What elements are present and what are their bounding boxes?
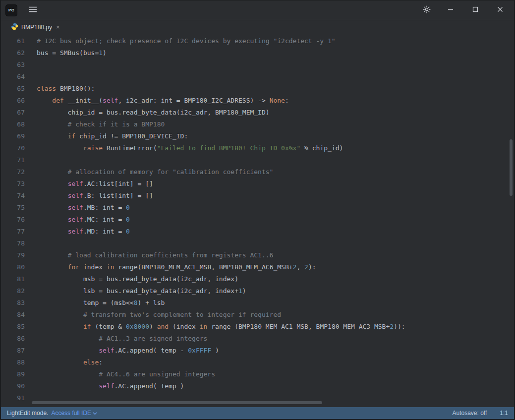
code-line[interactable]: 61# I2C bus object; check presence of I2… — [1, 35, 514, 47]
code-line[interactable]: 85 if (temp & 0x8000) and (index in rang… — [1, 321, 514, 333]
code-line-text: self.MD: int = 0 — [37, 226, 130, 238]
code-line[interactable]: 83 temp = (msb<<8) + lsb — [1, 297, 514, 309]
line-number: 85 — [1, 321, 25, 333]
tab-label: BMP180.py — [21, 24, 52, 31]
code-line[interactable]: 89 # AC4..6 are unsigned integers — [1, 368, 514, 380]
line-number: 75 — [1, 202, 25, 214]
code-line[interactable]: 78 — [1, 238, 514, 249]
main-menu-button[interactable] — [24, 2, 42, 18]
code-line-text: temp = (msb<<8) + lsb — [37, 297, 165, 309]
line-number: 63 — [1, 59, 25, 71]
code-line-text: # AC4..6 are unsigned integers — [37, 368, 215, 380]
line-number: 66 — [1, 95, 25, 107]
line-number: 73 — [1, 178, 25, 190]
line-number: 82 — [1, 285, 25, 297]
code-line[interactable]: 88 else: — [1, 357, 514, 368]
code-line-text: else: — [37, 357, 103, 368]
editor-lines: 61# I2C bus object; check presence of I2… — [1, 35, 514, 404]
code-line[interactable]: 69 if chip_id != BMP180_DEVICE_ID: — [1, 130, 514, 142]
code-line[interactable]: 71 — [1, 154, 514, 166]
code-line[interactable]: 76 self.MC: int = 0 — [1, 214, 514, 226]
code-line[interactable]: 64 — [1, 71, 514, 83]
access-full-ide-link[interactable]: Access full IDE — [51, 410, 97, 417]
maximize-button[interactable] — [465, 2, 485, 18]
code-line[interactable]: 65class BMP180(): — [1, 83, 514, 95]
line-number: 80 — [1, 261, 25, 273]
code-line-text: # allocation of memory for "calibration … — [37, 166, 273, 178]
python-file-icon — [11, 23, 18, 32]
settings-button[interactable] — [418, 2, 436, 18]
minimize-button[interactable] — [441, 2, 460, 18]
code-line[interactable]: 62bus = SMBus(bus=1) — [1, 47, 514, 59]
tab-bar: BMP180.py × — [1, 20, 514, 34]
code-line-text: # I2C bus object; check presence of I2C … — [37, 35, 336, 47]
code-line-text: self.MB: int = 0 — [37, 202, 130, 214]
line-number: 72 — [1, 166, 25, 178]
code-line-text: self.AC.append( temp - 0xFFFF ) — [37, 345, 219, 357]
code-line-text: def __init__(self, i2c_adr: int = BMP180… — [37, 95, 289, 107]
pycharm-logo: PC — [6, 5, 17, 16]
line-number: 67 — [1, 107, 25, 119]
code-line-text: self.AC.append( temp ) — [37, 380, 184, 392]
code-line[interactable]: 70 raise RuntimeError("Failed to find BM… — [1, 142, 514, 154]
editor[interactable]: 61# I2C bus object; check presence of I2… — [1, 34, 514, 407]
code-line-text: class BMP180(): — [37, 83, 95, 95]
vertical-scrollbar-thumb[interactable] — [510, 139, 513, 196]
code-line-text: if (temp & 0x8000) and (index in range (… — [37, 321, 405, 333]
tab-bmp180py[interactable]: BMP180.py × — [6, 20, 65, 34]
code-line-text: chip_id = bus.read_byte_data(i2c_adr, BM… — [37, 107, 270, 119]
line-number: 76 — [1, 214, 25, 226]
code-line[interactable]: 81 msb = bus.read_byte_data(i2c_adr, ind… — [1, 273, 514, 285]
gear-icon — [422, 5, 431, 15]
code-line-text: msb = bus.read_byte_data(i2c_adr, index) — [37, 273, 238, 285]
line-number: 86 — [1, 333, 25, 345]
line-number: 68 — [1, 119, 25, 130]
code-line[interactable]: 66 def __init__(self, i2c_adr: int = BMP… — [1, 95, 514, 107]
code-line[interactable]: 67 chip_id = bus.read_byte_data(i2c_adr,… — [1, 107, 514, 119]
code-line[interactable]: 82 lsb = bus.read_byte_data(i2c_adr, ind… — [1, 285, 514, 297]
caret-position[interactable]: 1:1 — [500, 410, 508, 417]
code-line[interactable]: 75 self.MB: int = 0 — [1, 202, 514, 214]
maximize-icon — [472, 6, 478, 14]
code-line[interactable]: 74 self.B: list[int] = [] — [1, 190, 514, 202]
code-line[interactable]: 90 self.AC.append( temp ) — [1, 380, 514, 392]
pycharm-lightedit-window: PC — [0, 0, 515, 420]
access-full-ide-label: Access full IDE — [51, 410, 91, 417]
code-line[interactable]: 79 # load calibration coefficients from … — [1, 249, 514, 261]
code-line[interactable]: 84 # transform two's complement to integ… — [1, 309, 514, 321]
code-line-text: self.AC:list[int] = [] — [37, 178, 153, 190]
code-line-text: lsb = bus.read_byte_data(i2c_adr, index+… — [37, 285, 246, 297]
line-number: 79 — [1, 249, 25, 261]
title-bar[interactable]: PC — [1, 0, 514, 20]
autosave-status[interactable]: Autosave: off — [452, 410, 487, 417]
line-number: 65 — [1, 83, 25, 95]
line-number: 81 — [1, 273, 25, 285]
code-line[interactable]: 72 # allocation of memory for "calibrati… — [1, 166, 514, 178]
code-line[interactable]: 68 # check if it is a BMP180 — [1, 119, 514, 130]
code-line[interactable]: 86 # AC1..3 are signed integers — [1, 333, 514, 345]
code-line-text: self.MC: int = 0 — [37, 214, 130, 226]
code-line-text: # transform two's complement to integer … — [37, 309, 281, 321]
line-number: 61 — [1, 35, 25, 47]
line-number: 77 — [1, 226, 25, 238]
close-window-button[interactable] — [490, 2, 510, 18]
code-line[interactable]: 73 self.AC:list[int] = [] — [1, 178, 514, 190]
line-number: 74 — [1, 190, 25, 202]
code-line[interactable]: 80 for index in range(BMP180_MEM_AC1_MSB… — [1, 261, 514, 273]
code-line[interactable]: 63 — [1, 59, 514, 71]
line-number: 70 — [1, 142, 25, 154]
code-line-text: self.B: list[int] = [] — [37, 190, 153, 202]
line-number: 84 — [1, 309, 25, 321]
line-number: 87 — [1, 345, 25, 357]
horizontal-scrollbar-thumb[interactable] — [32, 401, 322, 404]
minimize-icon — [448, 6, 454, 14]
code-line[interactable]: 77 self.MD: int = 0 — [1, 226, 514, 238]
status-bar-right: Autosave: off 1:1 — [452, 410, 508, 417]
line-number: 88 — [1, 357, 25, 368]
line-number: 69 — [1, 130, 25, 142]
title-bar-right — [413, 2, 510, 18]
code-line-text: # check if it is a BMP180 — [37, 119, 165, 130]
code-line-text: raise RuntimeError("Failed to find BMP18… — [37, 142, 343, 154]
tab-close-icon[interactable]: × — [56, 24, 60, 30]
code-line[interactable]: 87 self.AC.append( temp - 0xFFFF ) — [1, 345, 514, 357]
